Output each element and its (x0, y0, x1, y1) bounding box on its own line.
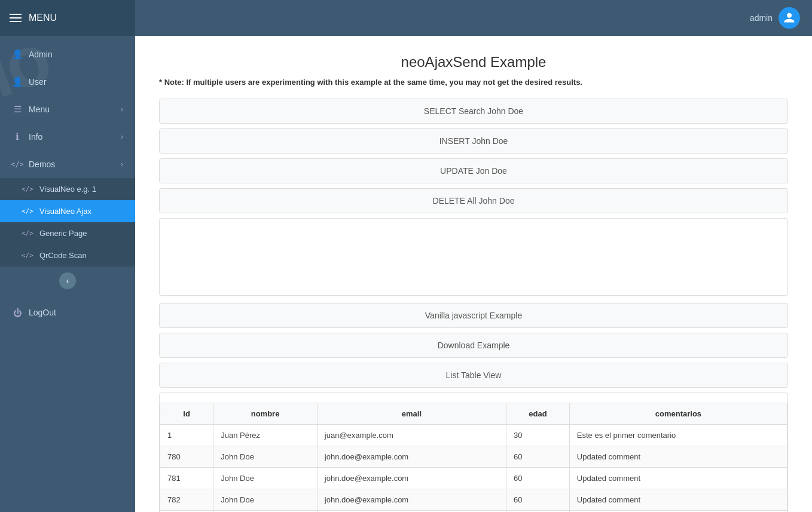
col-header-edad: edad (506, 403, 570, 425)
cell-nombre: John Doe (213, 468, 318, 489)
hamburger-icon[interactable] (10, 14, 22, 22)
page-title: neoAjaxSend Example (159, 54, 788, 70)
sidebar-item-visualneo-ajax[interactable]: </> VisualNeo Ajax (0, 200, 135, 222)
col-header-nombre: nombre (213, 403, 318, 425)
logout-icon: ⏻ (12, 307, 23, 318)
admin-label: admin (750, 13, 773, 23)
sidebar-item-visualneo-e1[interactable]: </> VisualNeo e.g. 1 (0, 178, 135, 200)
cell-id: 780 (160, 446, 213, 468)
cell-nombre: Juan Pérez (213, 425, 318, 446)
col-header-email: email (317, 403, 506, 425)
sidebar-item-generic-page[interactable]: </> Generic Page (0, 222, 135, 244)
table-row: 781John Doejohn.doe@example.com60Updated… (160, 468, 787, 489)
admin-icon: 👤 (12, 49, 23, 60)
main-content: admin neoAjaxSend Example * Note: If mul… (135, 0, 812, 512)
sidebar-item-qrcode-scan[interactable]: </> QrCode Scan (0, 244, 135, 266)
insert-button[interactable]: INSERT John Doe (159, 128, 788, 154)
update-button[interactable]: UPDATE Jon Doe (159, 158, 788, 183)
data-table-wrapper: id nombre email edad comentarios 1Juan P… (159, 393, 788, 512)
col-header-comentarios: comentarios (569, 403, 787, 425)
sub-item-visualneo-e1-label: VisualNeo e.g. 1 (39, 185, 96, 194)
sidebar-item-menu[interactable]: ☰ Menu › (0, 96, 135, 123)
content-area: neoAjaxSend Example * Note: If multiple … (135, 36, 812, 512)
list-table-button[interactable]: List Table View (159, 363, 788, 388)
sidebar-item-logout[interactable]: ⏻ LogOut (0, 299, 135, 326)
code-icon-1: </> (22, 185, 33, 193)
code-icon-4: </> (22, 252, 33, 259)
cell-id: 1 (160, 425, 213, 446)
info-chevron-icon: › (121, 133, 123, 141)
note-text: * Note: If multiple users are experiment… (159, 78, 788, 87)
cell-comentarios: Este es el primer comentario (569, 425, 787, 446)
table-body: 1Juan Pérezjuan@example.com30Este es el … (160, 425, 787, 513)
sidebar-item-user-label: User (29, 77, 47, 87)
topbar: admin (135, 0, 812, 36)
sub-item-visualneo-ajax-label: VisualNeo Ajax (39, 207, 91, 216)
sidebar-item-admin-label: Admin (29, 50, 53, 59)
admin-area: admin (750, 7, 800, 29)
table-header: id nombre email edad comentarios (160, 403, 787, 425)
vanilla-button[interactable]: Vanilla javascript Example (159, 303, 788, 328)
delete-button[interactable]: DELETE All John Doe (159, 188, 788, 213)
demos-icon: </> (12, 159, 23, 170)
sub-nav-demos: </> VisualNeo e.g. 1 </> VisualNeo Ajax … (0, 178, 135, 266)
sidebar: lo MENU 👤 Admin 👤 User ☰ Menu (0, 0, 135, 512)
cell-id: 781 (160, 468, 213, 489)
sub-item-qrcode-scan-label: QrCode Scan (39, 251, 87, 260)
cell-edad: 30 (506, 425, 570, 446)
cell-comentarios: Updated comment (569, 446, 787, 468)
sidebar-logout-label: LogOut (29, 308, 56, 317)
cell-email: juan@example.com (317, 425, 506, 446)
menu-nav-icon: ☰ (12, 104, 23, 115)
user-icon: 👤 (12, 76, 23, 87)
sidebar-header: MENU (0, 0, 135, 36)
cell-edad: 60 (506, 489, 570, 511)
info-nav-icon: ℹ (12, 131, 23, 142)
cell-nombre: John Doe (213, 446, 318, 468)
avatar (779, 7, 800, 29)
code-icon-3: </> (22, 229, 33, 237)
code-icon-2: </> (22, 207, 33, 215)
cell-nombre: John Doe (213, 489, 318, 511)
cell-edad: 60 (506, 468, 570, 489)
table-row: 1Juan Pérezjuan@example.com30Este es el … (160, 425, 787, 446)
sidebar-item-menu-label: Menu (29, 105, 50, 114)
download-button[interactable]: Download Example (159, 333, 788, 358)
table-row: 780John Doejohn.doe@example.com60Updated… (160, 446, 787, 468)
sidebar-item-demos-label: Demos (29, 160, 55, 169)
cell-comentarios: Updated comment (569, 489, 787, 511)
cell-email: john.doe@example.com (317, 468, 506, 489)
cell-id: 782 (160, 489, 213, 511)
result-textarea[interactable] (159, 218, 788, 296)
cell-edad: 60 (506, 446, 570, 468)
col-header-id: id (160, 403, 213, 425)
demos-chevron-icon: › (121, 160, 123, 168)
sub-item-generic-page-label: Generic Page (39, 229, 87, 238)
table-row: 782John Doejohn.doe@example.com60Updated… (160, 489, 787, 511)
sidebar-item-info[interactable]: ℹ Info › (0, 123, 135, 151)
menu-chevron-icon: › (121, 105, 123, 114)
sidebar-item-admin[interactable]: 👤 Admin (0, 41, 135, 68)
sidebar-item-info-label: Info (29, 132, 42, 142)
sidebar-item-demos[interactable]: </> Demos › (0, 151, 135, 178)
menu-title: MENU (29, 13, 57, 23)
cell-email: john.doe@example.com (317, 446, 506, 468)
select-search-button[interactable]: SELECT Search John Doe (159, 99, 788, 124)
cell-email: john.doe@example.com (317, 489, 506, 511)
data-table: id nombre email edad comentarios 1Juan P… (160, 403, 787, 512)
sidebar-collapse-button[interactable]: ‹ (59, 272, 76, 289)
sidebar-item-user[interactable]: 👤 User (0, 68, 135, 96)
cell-comentarios: Updated comment (569, 468, 787, 489)
